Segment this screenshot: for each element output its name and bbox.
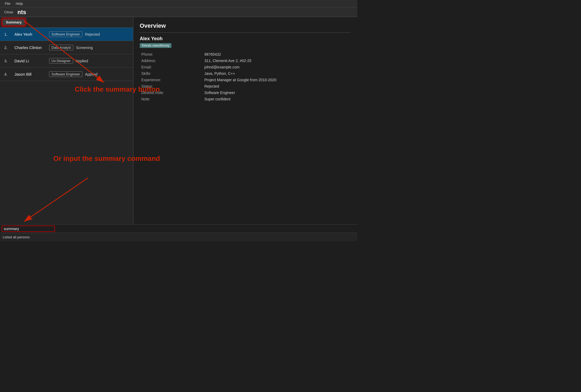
- row-number: 3.: [4, 59, 12, 63]
- divider: [140, 32, 351, 33]
- table-row[interactable]: 3. David Li Ux Designer Applied: [0, 54, 133, 68]
- detail-row: Phone:98765432: [140, 51, 351, 58]
- statusbar: Listed all persons: [0, 233, 357, 241]
- candidate-name: Alex Yeoh: [14, 32, 46, 36]
- candidate-name: Jason Bill: [14, 72, 46, 76]
- summary-button[interactable]: Summary: [2, 19, 25, 26]
- person-name: Alex Yeoh: [140, 36, 351, 42]
- detail-label: Desired Role:: [140, 89, 203, 96]
- table-row[interactable]: 2. Charles Clinton Data Analyst Screenin…: [0, 41, 133, 54]
- menubar: File Help: [0, 0, 357, 7]
- row-number: 2.: [4, 45, 12, 50]
- overview-title: Overview: [140, 22, 351, 29]
- role-badge: Software Engineer: [49, 31, 82, 37]
- close-button[interactable]: Close: [2, 9, 15, 15]
- detail-label: Experience:: [140, 77, 203, 83]
- role-badge: Data Analyst: [49, 45, 73, 50]
- detail-label: Status:: [140, 83, 203, 89]
- table-row[interactable]: 4. Jason Bill Software Engineer Applied: [0, 68, 133, 81]
- detail-value: 98765432: [203, 51, 351, 58]
- detail-row: Status:Rejected: [140, 83, 351, 89]
- row-number: 4.: [4, 72, 12, 76]
- detail-label: Address:: [140, 58, 203, 64]
- detail-row: Address:311, Clementi Ave 2, #02-25: [140, 58, 351, 64]
- detail-value: 311, Clementi Ave 2, #02-25: [203, 58, 351, 64]
- detail-row: Skills:Java, Python, C++: [140, 70, 351, 77]
- detail-label: Note:: [140, 96, 203, 102]
- table-row[interactable]: 1. Alex Yeoh Software Engineer Rejected: [0, 28, 133, 41]
- detail-label: Email:: [140, 64, 203, 70]
- detail-value: Project Manager at Google from 2010-2020: [203, 77, 351, 83]
- detail-value: Rejected: [203, 83, 351, 89]
- detail-value: Java, Python, C++: [203, 70, 351, 77]
- command-input[interactable]: [2, 226, 55, 232]
- role-badge: Ux Designer: [49, 58, 73, 64]
- candidates-list: 1. Alex Yeoh Software Engineer Rejected …: [0, 28, 133, 233]
- page-title: nts: [17, 9, 26, 16]
- status-text: Screening: [76, 46, 93, 50]
- main-layout: Summary 1. Alex Yeoh Software Engineer R…: [0, 17, 357, 233]
- menu-help[interactable]: Help: [13, 1, 26, 6]
- topbar: Close nts: [0, 7, 357, 17]
- right-panel: Overview Alex Yeoh friends owesMoney Pho…: [133, 17, 357, 233]
- status-text: Applied: [76, 59, 88, 63]
- detail-label: Phone:: [140, 51, 203, 58]
- command-input-row: [0, 224, 357, 233]
- status-text: Rejected: [85, 32, 100, 36]
- status-text: Applied: [85, 72, 98, 76]
- detail-value: Super confident: [203, 96, 351, 102]
- left-panel: Summary 1. Alex Yeoh Software Engineer R…: [0, 17, 133, 233]
- menu-file[interactable]: File: [2, 1, 13, 6]
- detail-table: Phone:98765432Address:311, Clementi Ave …: [140, 51, 351, 102]
- detail-value: Software Engineer: [203, 89, 351, 96]
- detail-row: Note:Super confident: [140, 96, 351, 102]
- detail-row: Desired Role:Software Engineer: [140, 89, 351, 96]
- detail-label: Skills:: [140, 70, 203, 77]
- summary-btn-row: Summary: [0, 17, 133, 28]
- status-message: Listed all persons: [3, 235, 355, 239]
- person-tag: friends owesMoney: [140, 43, 171, 48]
- row-number: 1.: [4, 32, 12, 36]
- detail-value: johnd@example.com: [203, 64, 351, 70]
- detail-row: Experience:Project Manager at Google fro…: [140, 77, 351, 83]
- candidate-name: David Li: [14, 59, 46, 63]
- role-badge: Software Engineer: [49, 71, 82, 77]
- candidate-name: Charles Clinton: [14, 45, 46, 50]
- detail-row: Email:johnd@example.com: [140, 64, 351, 70]
